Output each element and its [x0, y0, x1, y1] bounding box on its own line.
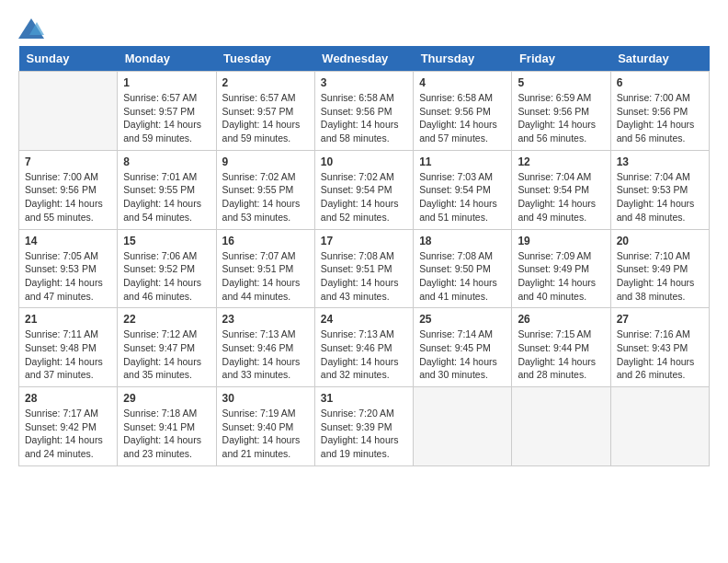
- day-cell: 13Sunrise: 7:04 AM Sunset: 9:53 PM Dayli…: [610, 150, 709, 229]
- day-cell: 31Sunrise: 7:20 AM Sunset: 9:39 PM Dayli…: [314, 387, 413, 466]
- day-cell: 1Sunrise: 6:57 AM Sunset: 9:57 PM Daylig…: [118, 72, 216, 151]
- day-info: Sunrise: 7:04 AM Sunset: 9:53 PM Dayligh…: [617, 170, 703, 224]
- day-info: Sunrise: 7:00 AM Sunset: 9:56 PM Dayligh…: [617, 91, 703, 145]
- day-cell: [610, 387, 709, 466]
- page-header: [18, 18, 710, 39]
- day-number: 3: [321, 76, 407, 89]
- day-number: 26: [518, 313, 604, 326]
- day-number: 14: [25, 235, 111, 247]
- calendar-table: SundayMondayTuesdayWednesdayThursdayFrid…: [18, 46, 710, 466]
- column-header-monday: Monday: [118, 46, 216, 72]
- day-cell: 19Sunrise: 7:09 AM Sunset: 9:49 PM Dayli…: [512, 229, 610, 308]
- day-cell: 26Sunrise: 7:15 AM Sunset: 9:44 PM Dayli…: [512, 308, 610, 387]
- week-row-5: 28Sunrise: 7:17 AM Sunset: 9:42 PM Dayli…: [19, 387, 710, 466]
- week-row-1: 1Sunrise: 6:57 AM Sunset: 9:57 PM Daylig…: [19, 72, 710, 151]
- week-row-3: 14Sunrise: 7:05 AM Sunset: 9:53 PM Dayli…: [19, 229, 710, 308]
- day-number: 4: [419, 76, 506, 89]
- day-number: 28: [25, 392, 111, 405]
- calendar-header: SundayMondayTuesdayWednesdayThursdayFrid…: [19, 46, 710, 72]
- day-cell: 16Sunrise: 7:07 AM Sunset: 9:51 PM Dayli…: [216, 229, 314, 308]
- day-info: Sunrise: 7:06 AM Sunset: 9:52 PM Dayligh…: [123, 249, 210, 304]
- day-number: 31: [321, 392, 407, 405]
- day-info: Sunrise: 7:18 AM Sunset: 9:41 PM Dayligh…: [123, 407, 210, 461]
- day-cell: 27Sunrise: 7:16 AM Sunset: 9:43 PM Dayli…: [610, 308, 709, 387]
- column-header-thursday: Thursday: [414, 46, 512, 72]
- column-header-tuesday: Tuesday: [216, 46, 314, 72]
- day-cell: 10Sunrise: 7:02 AM Sunset: 9:54 PM Dayli…: [314, 150, 413, 229]
- day-cell: 20Sunrise: 7:10 AM Sunset: 9:49 PM Dayli…: [610, 229, 709, 308]
- day-cell: 14Sunrise: 7:05 AM Sunset: 9:53 PM Dayli…: [19, 229, 118, 308]
- day-cell: 24Sunrise: 7:13 AM Sunset: 9:46 PM Dayli…: [314, 308, 413, 387]
- day-info: Sunrise: 7:19 AM Sunset: 9:40 PM Dayligh…: [222, 407, 309, 461]
- day-number: 11: [419, 155, 506, 168]
- day-info: Sunrise: 6:58 AM Sunset: 9:56 PM Dayligh…: [419, 91, 506, 145]
- day-info: Sunrise: 7:08 AM Sunset: 9:51 PM Dayligh…: [321, 249, 407, 304]
- day-number: 20: [617, 235, 703, 247]
- header-row: SundayMondayTuesdayWednesdayThursdayFrid…: [19, 46, 710, 72]
- day-info: Sunrise: 7:01 AM Sunset: 9:55 PM Dayligh…: [123, 170, 210, 224]
- calendar-body: 1Sunrise: 6:57 AM Sunset: 9:57 PM Daylig…: [19, 72, 710, 466]
- day-info: Sunrise: 6:57 AM Sunset: 9:57 PM Dayligh…: [222, 91, 309, 145]
- day-number: 1: [123, 76, 210, 89]
- day-number: 2: [222, 76, 309, 89]
- day-info: Sunrise: 7:02 AM Sunset: 9:55 PM Dayligh…: [222, 170, 309, 224]
- day-number: 8: [123, 155, 210, 168]
- day-cell: 7Sunrise: 7:00 AM Sunset: 9:56 PM Daylig…: [19, 150, 118, 229]
- day-number: 18: [419, 235, 506, 247]
- day-number: 29: [123, 392, 210, 405]
- day-number: 30: [222, 392, 309, 405]
- day-cell: 11Sunrise: 7:03 AM Sunset: 9:54 PM Dayli…: [414, 150, 512, 229]
- day-number: 6: [617, 76, 703, 89]
- day-number: 19: [518, 235, 604, 247]
- day-info: Sunrise: 7:00 AM Sunset: 9:56 PM Dayligh…: [25, 170, 111, 224]
- week-row-2: 7Sunrise: 7:00 AM Sunset: 9:56 PM Daylig…: [19, 150, 710, 229]
- day-number: 24: [321, 313, 407, 326]
- day-cell: 25Sunrise: 7:14 AM Sunset: 9:45 PM Dayli…: [414, 308, 512, 387]
- day-info: Sunrise: 7:03 AM Sunset: 9:54 PM Dayligh…: [419, 170, 506, 224]
- day-cell: 9Sunrise: 7:02 AM Sunset: 9:55 PM Daylig…: [216, 150, 314, 229]
- day-info: Sunrise: 6:58 AM Sunset: 9:56 PM Dayligh…: [321, 91, 407, 145]
- day-info: Sunrise: 7:10 AM Sunset: 9:49 PM Dayligh…: [617, 249, 703, 304]
- day-cell: 15Sunrise: 7:06 AM Sunset: 9:52 PM Dayli…: [118, 229, 216, 308]
- day-info: Sunrise: 7:07 AM Sunset: 9:51 PM Dayligh…: [222, 249, 309, 304]
- day-info: Sunrise: 7:20 AM Sunset: 9:39 PM Dayligh…: [321, 407, 407, 461]
- day-number: 25: [419, 313, 506, 326]
- day-cell: 21Sunrise: 7:11 AM Sunset: 9:48 PM Dayli…: [19, 308, 118, 387]
- day-number: 13: [617, 155, 703, 168]
- day-info: Sunrise: 7:17 AM Sunset: 9:42 PM Dayligh…: [25, 407, 111, 461]
- day-number: 21: [25, 313, 111, 326]
- day-info: Sunrise: 6:57 AM Sunset: 9:57 PM Dayligh…: [123, 91, 210, 145]
- day-number: 22: [123, 313, 210, 326]
- day-number: 16: [222, 235, 309, 247]
- day-info: Sunrise: 7:09 AM Sunset: 9:49 PM Dayligh…: [518, 249, 604, 304]
- day-cell: 5Sunrise: 6:59 AM Sunset: 9:56 PM Daylig…: [512, 72, 610, 151]
- column-header-friday: Friday: [512, 46, 610, 72]
- day-info: Sunrise: 7:05 AM Sunset: 9:53 PM Dayligh…: [25, 249, 111, 304]
- column-header-saturday: Saturday: [610, 46, 709, 72]
- day-number: 27: [617, 313, 703, 326]
- day-number: 23: [222, 313, 309, 326]
- day-number: 5: [518, 76, 604, 89]
- day-cell: 18Sunrise: 7:08 AM Sunset: 9:50 PM Dayli…: [414, 229, 512, 308]
- day-number: 9: [222, 155, 309, 168]
- day-info: Sunrise: 7:08 AM Sunset: 9:50 PM Dayligh…: [419, 249, 506, 304]
- day-info: Sunrise: 7:12 AM Sunset: 9:47 PM Dayligh…: [123, 327, 210, 382]
- day-info: Sunrise: 7:14 AM Sunset: 9:45 PM Dayligh…: [419, 327, 506, 382]
- day-info: Sunrise: 7:15 AM Sunset: 9:44 PM Dayligh…: [518, 327, 604, 382]
- day-cell: 30Sunrise: 7:19 AM Sunset: 9:40 PM Dayli…: [216, 387, 314, 466]
- day-cell: 17Sunrise: 7:08 AM Sunset: 9:51 PM Dayli…: [314, 229, 413, 308]
- week-row-4: 21Sunrise: 7:11 AM Sunset: 9:48 PM Dayli…: [19, 308, 710, 387]
- day-info: Sunrise: 6:59 AM Sunset: 9:56 PM Dayligh…: [518, 91, 604, 145]
- day-cell: [512, 387, 610, 466]
- day-cell: 4Sunrise: 6:58 AM Sunset: 9:56 PM Daylig…: [414, 72, 512, 151]
- day-cell: 28Sunrise: 7:17 AM Sunset: 9:42 PM Dayli…: [19, 387, 118, 466]
- column-header-sunday: Sunday: [19, 46, 118, 72]
- day-cell: 12Sunrise: 7:04 AM Sunset: 9:54 PM Dayli…: [512, 150, 610, 229]
- day-cell: 3Sunrise: 6:58 AM Sunset: 9:56 PM Daylig…: [314, 72, 413, 151]
- day-cell: [19, 72, 118, 151]
- day-cell: [414, 387, 512, 466]
- day-cell: 23Sunrise: 7:13 AM Sunset: 9:46 PM Dayli…: [216, 308, 314, 387]
- day-number: 17: [321, 235, 407, 247]
- day-number: 15: [123, 235, 210, 247]
- column-header-wednesday: Wednesday: [314, 46, 413, 72]
